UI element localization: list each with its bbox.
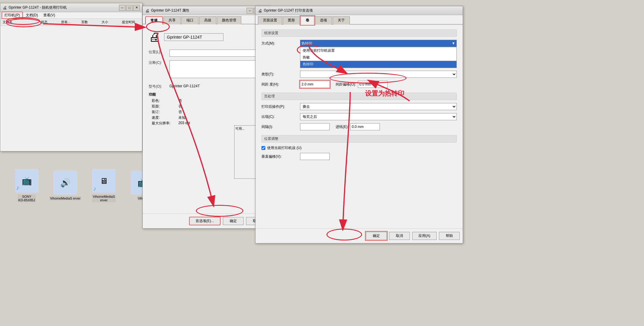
prefs-cancel-button[interactable]: 取消	[389, 232, 410, 240]
props-printer-header: 🖨	[149, 30, 264, 44]
queue-table-header: 文档名 状态 所有... 页数 大小 提交时间	[0, 19, 142, 26]
printer-name-input[interactable]	[164, 33, 223, 41]
paper-settings-title: 纸张设置	[261, 29, 457, 37]
prefs-help-button[interactable]: 帮助	[439, 232, 460, 240]
method-dropdown-top[interactable]: 热转印 ▼	[300, 40, 457, 47]
feed-group: 进纸(E):	[336, 123, 457, 130]
prefs-tab-about[interactable]: 关于	[333, 16, 350, 25]
preferences-button[interactable]: 首选项(E)...	[189, 217, 221, 225]
feed-input[interactable]	[350, 123, 380, 130]
feature-duplex: 双面: 否	[149, 104, 264, 109]
method-option-transfer[interactable]: 热转印	[300, 61, 456, 68]
desktop-icon-sony[interactable]: 📺 ♪ SONYKD-85X85J	[9, 166, 45, 205]
prefs-content: 纸张设置 方式(M): 热转印 ▼ 使用当前打印机设置 热敏 热转印	[256, 25, 463, 168]
queue-menubar: 打印机(P) 文档(D) 查看(V)	[0, 12, 142, 19]
menu-document[interactable]: 文档(D)	[23, 12, 40, 18]
props-model-section: 型号(O): Gprinter GP-1124T	[149, 84, 264, 89]
print-queue-window: 🖨 Gprinter GP-1124T - 脱机使用打印机 ─ □ ✕ 打印机(…	[0, 3, 142, 151]
prefs-tab-page[interactable]: 页面设置	[258, 16, 282, 25]
method-label: 方式(M):	[261, 41, 300, 46]
comment-input[interactable]	[169, 60, 264, 78]
prefs-tab-options[interactable]: 选项	[315, 16, 332, 25]
use-current-row: 使用当前打印机设 (U)	[261, 145, 457, 151]
icon-label-vihome-server: VihomeMediaServer	[92, 194, 116, 202]
col-size: 大小	[100, 19, 120, 25]
location-label: 位置(L):	[149, 50, 169, 55]
tab-sharing[interactable]: 共享	[164, 16, 181, 24]
location-input[interactable]	[169, 50, 264, 57]
method-option-thermal[interactable]: 热敏	[300, 54, 456, 61]
type-label: 类型(T):	[261, 72, 300, 77]
feature-duplex-value: 否	[178, 104, 182, 109]
method-row: 方式(M): 热转印 ▼ 使用当前打印机设置 热敏 热转印	[261, 40, 457, 47]
vertical-offset-input[interactable]	[300, 153, 330, 160]
feature-staple-label: 装订:	[152, 110, 175, 115]
prefs-ok-button[interactable]: 确定	[366, 232, 387, 240]
prefs-window: 🖨 Gprinter GP-1124T 打印首选项 页面设置 图形 卷 选项 关…	[255, 6, 463, 243]
props-title-text: Gprinter GP-1124T 属性	[151, 8, 247, 13]
tab-general[interactable]: 常规	[145, 16, 163, 24]
interval-label: 间隔(I):	[261, 124, 300, 129]
prefs-apply-button[interactable]: 应用(A)	[412, 232, 437, 240]
gap-input[interactable]	[300, 81, 330, 88]
feed-label: 进纸(E):	[336, 124, 348, 129]
queue-body	[0, 26, 142, 31]
sound-x-image: 🔊	[53, 171, 77, 194]
use-current-checkbox[interactable]	[261, 146, 265, 150]
tab-advanced[interactable]: 高级	[199, 16, 216, 24]
col-status: 状态	[40, 19, 60, 25]
props-minimize-button[interactable]: ─	[247, 8, 253, 14]
appear-row: 出现(C): 每页之后	[261, 113, 457, 120]
col-owner: 所有...	[60, 19, 80, 25]
feature-staple: 装订: 否	[149, 110, 264, 115]
print-after-select[interactable]: 撕去	[300, 103, 457, 110]
close-button[interactable]: ✕	[133, 5, 140, 11]
menu-printer[interactable]: 打印机(P)	[1, 12, 23, 19]
position-title: 位置调整	[261, 135, 457, 143]
comment-label: 注释(C):	[149, 60, 169, 65]
desktop-icon-sound-x[interactable]: 🔊 VihomeMediaS erver	[47, 166, 83, 205]
type-select[interactable]	[300, 71, 457, 78]
interval-row: 间隔(I): 进纸(E):	[261, 123, 457, 130]
interval-input[interactable]	[300, 123, 330, 130]
prefs-title-icon: 🖨	[258, 8, 262, 13]
props-ok-button[interactable]: 确定	[223, 217, 244, 225]
queue-title-icon: 🖨	[3, 5, 7, 10]
method-dropdown-arrow: ▼	[452, 41, 455, 45]
queue-title-text: Gprinter GP-1124T - 脱机使用打印机	[9, 5, 119, 10]
prefs-tab-roll[interactable]: 卷	[301, 16, 314, 25]
feature-speed-label: 速度:	[152, 115, 175, 120]
prefs-titlebar: 🖨 Gprinter GP-1124T 打印首选项	[256, 6, 463, 15]
desktop: 🖨 Xprinter XP-D10 🖨 XprinterXP-D11 🖨 Xpr…	[0, 0, 644, 326]
use-current-label: 使用当前打印机设 (U)	[267, 145, 302, 151]
col-pages: 页数	[80, 19, 100, 25]
type-row: 类型(T):	[261, 71, 457, 78]
gap-offset-label: 间距偏移(O):	[336, 82, 356, 87]
props-footer: 首选项(E)... 确定 取消	[143, 213, 270, 228]
tab-ports[interactable]: 端口	[181, 16, 199, 24]
sony-image: 📺 ♪	[15, 169, 39, 193]
feature-color-value: 否	[178, 98, 182, 103]
tab-color-mgmt[interactable]: 颜色管理	[217, 16, 241, 24]
maximize-button[interactable]: □	[126, 5, 133, 11]
menu-view[interactable]: 查看(V)	[41, 12, 58, 18]
method-select-container: 热转印 ▼ 使用当前打印机设置 热敏 热转印	[300, 40, 457, 47]
minimize-button[interactable]: ─	[119, 5, 126, 11]
appear-select[interactable]: 每页之后	[300, 113, 457, 120]
model-value: Gprinter GP-1124T	[169, 84, 200, 89]
feature-staple-value: 否	[178, 110, 182, 115]
desktop-icon-vihome-server[interactable]: 🖥 ♪ VihomeMediaServer	[86, 166, 122, 205]
method-selected-text: 热转印	[302, 41, 312, 46]
vihome-server-image: 🖥 ♪	[92, 169, 116, 193]
vertical-offset-row: 垂直偏移(V):	[261, 153, 457, 160]
gap-label: 间距 度(H):	[261, 82, 300, 87]
gap-offset-input[interactable]	[358, 81, 388, 88]
features-title: 功能	[149, 92, 264, 97]
prefs-tab-graphics[interactable]: 图形	[283, 16, 300, 25]
feature-color-label: 彩色:	[152, 98, 175, 103]
props-titlebar: 🖨 Gprinter GP-1124T 属性 ─ □ ✕	[143, 6, 270, 15]
props-window: 🖨 Gprinter GP-1124T 属性 ─ □ ✕ 常规 共享 端口 高级…	[142, 6, 270, 229]
method-option-current[interactable]: 使用当前打印机设置	[300, 47, 456, 54]
gap-offset-group: 间距偏移(O):	[336, 81, 457, 88]
prefs-title-text: Gprinter GP-1124T 打印首选项	[264, 8, 460, 13]
